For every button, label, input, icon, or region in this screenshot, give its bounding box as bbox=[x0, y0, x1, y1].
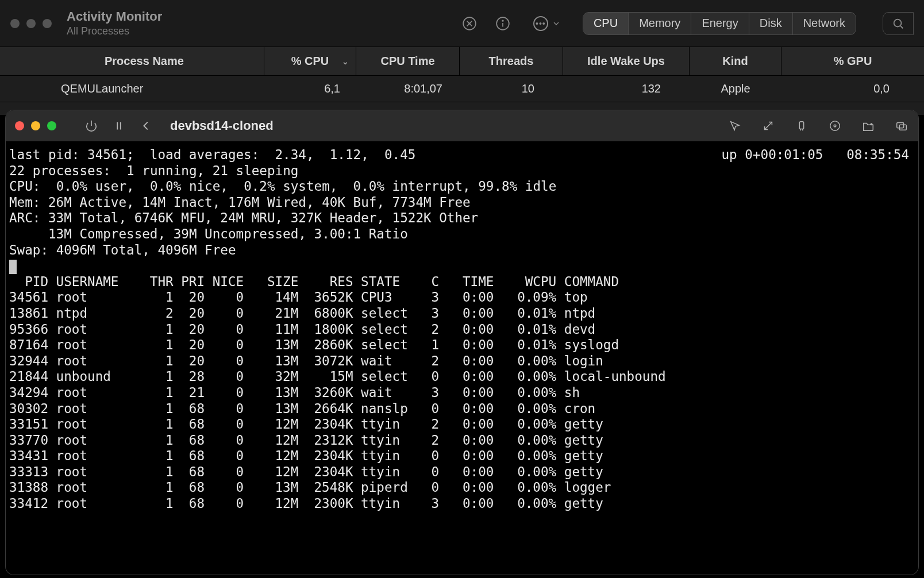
clock: 08:35:54 bbox=[846, 147, 909, 162]
proc-running: 1 bbox=[126, 163, 134, 178]
arc-header: 327K bbox=[291, 210, 322, 225]
col-threads[interactable]: Threads bbox=[460, 47, 563, 75]
ellipsis-icon: ••• bbox=[533, 16, 548, 31]
mem-active: 26M bbox=[48, 195, 72, 210]
shared-folder-button[interactable] bbox=[861, 118, 876, 133]
col-process-name[interactable]: Process Name bbox=[0, 47, 264, 75]
cell-cpu: 6,1 bbox=[264, 76, 356, 102]
tab-disk[interactable]: Disk bbox=[749, 13, 793, 34]
title-stack: Activity Monitor All Processes bbox=[67, 9, 162, 38]
power-button[interactable] bbox=[84, 118, 99, 133]
mem-buf: 40K bbox=[322, 195, 345, 210]
cpu-interrupt: 0.0% bbox=[353, 179, 384, 194]
top-line1-left: last pid: 34561; load averages: 2.34, 1.… bbox=[9, 147, 415, 163]
vm-titlebar: devbsd14-cloned bbox=[6, 110, 918, 141]
mem-inact: 14M bbox=[142, 195, 165, 210]
svg-line-11 bbox=[765, 122, 772, 129]
proc-sleeping: 21 bbox=[213, 163, 228, 178]
arc-compressed: 13M bbox=[48, 226, 72, 241]
swap-free: 4096M bbox=[157, 242, 197, 257]
window-controls bbox=[10, 19, 52, 28]
uptime: 0+00:01:05 bbox=[745, 147, 823, 162]
window-controls bbox=[15, 121, 56, 130]
proc-total: 22 bbox=[9, 163, 25, 178]
column-headers: Process Name % CPU⌄ CPU Time Threads Idl… bbox=[0, 47, 924, 76]
svg-point-6 bbox=[894, 19, 902, 26]
windows-icon bbox=[895, 120, 908, 132]
load1: 2.34 bbox=[275, 147, 306, 162]
cursor-icon bbox=[729, 120, 741, 132]
col-gpu[interactable]: % GPU bbox=[781, 47, 924, 75]
tab-cpu[interactable]: CPU bbox=[583, 13, 629, 34]
activity-monitor-window: Activity Monitor All Processes ••• CPU M… bbox=[0, 0, 924, 115]
vm-window: devbsd14-cloned last pid: 34561; load av… bbox=[6, 110, 918, 575]
svg-point-5 bbox=[502, 20, 503, 21]
swap-total: 4096M bbox=[56, 242, 95, 257]
activity-monitor-titlebar: Activity Monitor All Processes ••• CPU M… bbox=[0, 0, 924, 47]
usb-icon bbox=[795, 120, 808, 132]
drive-image-button[interactable] bbox=[827, 118, 842, 133]
cell-idle: 132 bbox=[563, 76, 690, 102]
col-cpu-label: % CPU bbox=[291, 55, 329, 68]
col-cpu[interactable]: % CPU⌄ bbox=[264, 47, 356, 75]
stop-process-button[interactable] bbox=[461, 15, 478, 32]
resize-button[interactable] bbox=[761, 118, 776, 133]
tab-network[interactable]: Network bbox=[793, 13, 856, 34]
window-title: Activity Monitor bbox=[67, 9, 162, 24]
cpu-system: 0.2% bbox=[244, 179, 275, 194]
restart-button[interactable] bbox=[139, 118, 154, 133]
window-subtitle[interactable]: All Processes bbox=[67, 25, 162, 38]
cell-kind: Apple bbox=[690, 76, 781, 102]
capture-input-button[interactable] bbox=[727, 118, 742, 133]
top-line1-right: up 0+00:01:05 08:35:54 bbox=[722, 147, 915, 163]
info-button[interactable] bbox=[494, 15, 511, 32]
cell-gpu: 0,0 bbox=[781, 76, 924, 102]
cpu-nice: 0.0% bbox=[150, 179, 181, 194]
more-menu[interactable]: ••• bbox=[528, 13, 567, 34]
cpu-idle: 99.8% bbox=[478, 179, 517, 194]
tab-memory[interactable]: Memory bbox=[629, 13, 691, 34]
svg-rect-18 bbox=[897, 122, 904, 128]
terminal-cursor bbox=[9, 260, 17, 274]
arc-other: 1522K bbox=[392, 210, 432, 225]
svg-point-15 bbox=[830, 121, 840, 130]
power-icon bbox=[85, 120, 98, 132]
mem-free: 7734M bbox=[392, 195, 432, 210]
close-button[interactable] bbox=[10, 19, 20, 28]
col-idle-wakeups[interactable]: Idle Wake Ups bbox=[563, 47, 690, 75]
col-cpu-time[interactable]: CPU Time bbox=[356, 47, 460, 75]
arc-mru: 24M bbox=[220, 210, 244, 225]
arc-uncompressed: 39M bbox=[174, 226, 197, 241]
minimize-button[interactable] bbox=[31, 121, 40, 130]
windows-button[interactable] bbox=[894, 118, 909, 133]
usb-button[interactable] bbox=[794, 118, 809, 133]
disc-icon bbox=[829, 120, 841, 132]
terminal-output[interactable]: last pid: 34561; load averages: 2.34, 1.… bbox=[6, 141, 918, 512]
svg-point-16 bbox=[834, 125, 836, 127]
top-columns: PID USERNAME THR PRI NICE SIZE RES STATE… bbox=[9, 274, 619, 289]
svg-rect-19 bbox=[899, 125, 906, 130]
cell-cpu-time: 8:01,07 bbox=[356, 76, 460, 102]
load5: 1.12 bbox=[330, 147, 361, 162]
arc-ratio: 3.00:1 bbox=[314, 226, 361, 241]
resource-tabs: CPU Memory Energy Disk Network bbox=[583, 12, 856, 35]
zoom-button[interactable] bbox=[47, 121, 56, 130]
sort-indicator-icon: ⌄ bbox=[342, 57, 349, 66]
cell-threads: 10 bbox=[460, 76, 563, 102]
arc-total: 33M bbox=[48, 210, 72, 225]
zoom-button[interactable] bbox=[43, 19, 52, 28]
process-row[interactable]: QEMULauncher 6,1 8:01,07 10 132 Apple 0,… bbox=[0, 76, 924, 102]
search-button[interactable] bbox=[883, 12, 914, 35]
close-button[interactable] bbox=[15, 121, 24, 130]
svg-rect-12 bbox=[799, 121, 803, 129]
cell-process-name: QEMULauncher bbox=[0, 76, 264, 102]
vm-title: devbsd14-cloned bbox=[170, 118, 274, 133]
pause-button[interactable] bbox=[111, 118, 126, 133]
col-kind[interactable]: Kind bbox=[690, 47, 781, 75]
svg-line-7 bbox=[900, 26, 903, 28]
tab-energy[interactable]: Energy bbox=[691, 13, 749, 34]
resize-icon bbox=[762, 120, 775, 132]
folder-icon bbox=[862, 120, 875, 132]
minimize-button[interactable] bbox=[26, 19, 36, 28]
activity-monitor-toolbar: ••• CPU Memory Energy Disk Network bbox=[461, 12, 914, 35]
